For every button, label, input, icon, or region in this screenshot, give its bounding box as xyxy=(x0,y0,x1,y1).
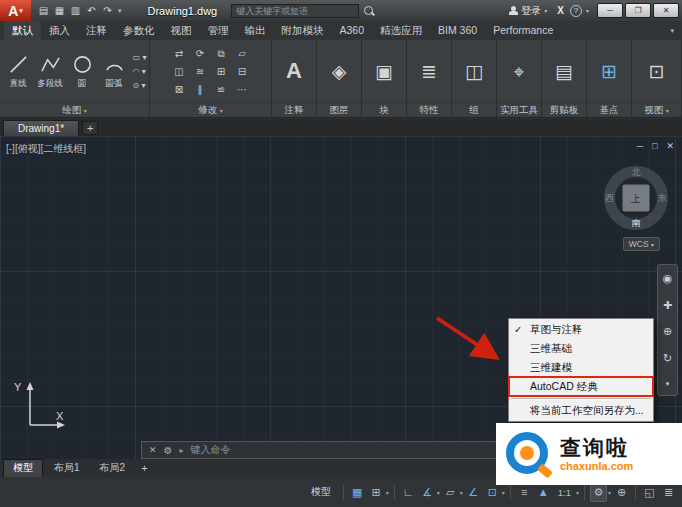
minimize-button[interactable]: ─ xyxy=(597,3,623,18)
workspace-item-3d-modeling[interactable]: 三维建模 xyxy=(509,358,653,377)
sign-in-button[interactable]: 登录 ▾ xyxy=(508,4,547,18)
basepoint-icon[interactable]: ⊞ xyxy=(601,62,617,81)
panel-title-layers[interactable]: 图层 xyxy=(317,102,361,117)
drawing-close-icon[interactable]: ✕ xyxy=(666,141,674,151)
viewcube[interactable]: 北 南 西 东 上 xyxy=(604,166,668,230)
tab-insert[interactable]: 插入 xyxy=(41,21,78,40)
annotation-monitor-toggle[interactable]: ⊕ xyxy=(613,483,630,502)
ortho-mode-toggle[interactable]: ∟ xyxy=(400,483,417,502)
close-button[interactable]: ✕ xyxy=(653,3,679,18)
modify-tool-icon[interactable]: ▱ xyxy=(232,45,252,62)
workspace-item-save-current-as[interactable]: 将当前工作空间另存为... xyxy=(509,401,653,420)
modify-tool-icon[interactable]: ∥ xyxy=(190,81,210,98)
line-tool[interactable]: 直线 xyxy=(3,54,34,90)
search-input[interactable] xyxy=(231,4,359,18)
view-icon[interactable]: ⊡ xyxy=(649,62,665,81)
panel-title-groups[interactable]: 组 xyxy=(452,102,496,117)
workspace-switching-button[interactable]: ⚙ xyxy=(590,483,607,502)
layout-tab-layout2[interactable]: 布局2 xyxy=(91,460,135,477)
new-drawing-tab-button[interactable]: + xyxy=(82,121,98,135)
tab-add-ins[interactable]: 附加模块 xyxy=(274,21,332,40)
properties-icon[interactable]: ≣ xyxy=(421,62,437,81)
restore-button[interactable]: ❐ xyxy=(625,3,651,18)
application-menu-button[interactable]: A ▾ xyxy=(0,0,31,21)
modify-tool-icon[interactable]: ◫ xyxy=(169,63,189,80)
modify-tool-icon[interactable]: ⧉ xyxy=(211,45,231,62)
annotation-scale-button[interactable]: 1:1 xyxy=(554,483,575,502)
pan-icon[interactable]: ✚ xyxy=(663,300,672,311)
tab-output[interactable]: 输出 xyxy=(237,21,274,40)
navigation-wheel-icon[interactable]: ◉ xyxy=(663,273,673,284)
snap-mode-caret-icon[interactable]: ▾ xyxy=(386,489,389,496)
annotation-visibility-toggle[interactable]: ▲ xyxy=(535,483,552,502)
isometric-drafting-caret-icon[interactable]: ▾ xyxy=(460,489,463,496)
tab-view[interactable]: 视图 xyxy=(163,21,200,40)
qat-icon[interactable]: ↷ xyxy=(101,5,114,16)
viewcube-top-face[interactable]: 上 xyxy=(623,185,650,212)
workspace-item-drafting-annotation[interactable]: ✓ 草图与注释 xyxy=(509,320,653,339)
draw-flyout-icon[interactable]: ◠ ▾ xyxy=(133,66,147,78)
customization-menu-button[interactable]: ≣ xyxy=(660,483,677,502)
qat-dropdown-icon[interactable]: ▾ xyxy=(118,7,122,15)
panel-title-modify[interactable]: 修改 ▾ xyxy=(150,102,271,117)
text-tool-icon[interactable]: A xyxy=(286,60,302,82)
modify-tool-icon[interactable]: ⊟ xyxy=(232,63,252,80)
new-layout-button[interactable]: + xyxy=(136,462,152,474)
annotation-scale-caret-icon[interactable]: ▾ xyxy=(576,489,579,496)
command-input[interactable]: 键入命令 xyxy=(191,443,231,457)
panel-title-annotation[interactable]: 注释 xyxy=(272,102,316,117)
panel-title-draw[interactable]: 绘图 ▾ xyxy=(0,102,149,117)
viewcube-north-label[interactable]: 北 xyxy=(632,166,641,179)
layers-icon[interactable]: ◈ xyxy=(332,62,347,81)
drawing-restore-icon[interactable]: □ xyxy=(652,141,657,151)
drawing-minimize-icon[interactable]: ─ xyxy=(637,141,643,151)
modify-tool-icon[interactable]: ≋ xyxy=(190,63,210,80)
polar-tracking-toggle[interactable]: ∡ xyxy=(419,483,436,502)
panel-title-clipboard[interactable]: 剪贴板 xyxy=(542,102,586,117)
modify-tool-icon[interactable]: ⊠ xyxy=(169,81,189,98)
tab-a360[interactable]: A360 xyxy=(332,21,373,40)
object-snap-caret-icon[interactable]: ▾ xyxy=(502,489,505,496)
tab-performance[interactable]: Performance xyxy=(485,21,561,40)
layout-tab-layout1[interactable]: 布局1 xyxy=(45,460,89,477)
group-icon[interactable]: ◫ xyxy=(465,62,483,81)
draw-flyout-icon[interactable]: ⊙ ▾ xyxy=(133,80,147,92)
measure-icon[interactable]: ⌖ xyxy=(514,62,525,81)
layout-tab-model[interactable]: 模型 xyxy=(3,459,43,478)
modify-tool-icon[interactable]: ⇄ xyxy=(169,45,189,62)
circle-tool[interactable]: 圆 xyxy=(67,54,98,90)
panel-title-basepoint[interactable]: 基点 xyxy=(587,102,631,117)
qat-icon[interactable]: ▤ xyxy=(37,5,50,16)
tab-manage[interactable]: 管理 xyxy=(200,21,237,40)
model-paper-toggle[interactable]: 模型 xyxy=(304,485,338,499)
draw-flyout-icon[interactable]: ▭ ▾ xyxy=(133,52,147,64)
qat-icon[interactable]: ▥ xyxy=(69,5,82,16)
modify-tool-icon[interactable]: ≌ xyxy=(211,81,231,98)
workspace-item-3d-basics[interactable]: 三维基础 xyxy=(509,339,653,358)
help-icon[interactable]: ? xyxy=(570,5,582,17)
ribbon-display-toggle-icon[interactable]: ▾ xyxy=(670,27,674,35)
workspace-switching-caret-icon[interactable]: ▾ xyxy=(608,489,611,496)
snap-mode-toggle[interactable]: ⊞ xyxy=(368,483,385,502)
grid-display-toggle[interactable]: ▦ xyxy=(349,483,366,502)
autodesk-exchange-icon[interactable]: X xyxy=(553,5,568,16)
file-tab-drawing1[interactable]: Drawing1* xyxy=(3,120,79,136)
panel-title-block[interactable]: 块 xyxy=(362,102,406,117)
tab-bim360[interactable]: BIM 360 xyxy=(430,21,485,40)
qat-icon[interactable]: ↶ xyxy=(85,5,98,16)
block-icon[interactable]: ▣ xyxy=(375,62,393,81)
arc-tool[interactable]: 圆弧 xyxy=(99,54,130,90)
clean-screen-toggle[interactable]: ◱ xyxy=(641,483,658,502)
help-dropdown-icon[interactable]: ▾ xyxy=(586,7,589,14)
panel-title-view[interactable]: 视图 ▾ xyxy=(632,102,681,117)
clipboard-icon[interactable]: ▤ xyxy=(555,62,573,81)
wcs-dropdown[interactable]: WCS ▾ xyxy=(623,237,660,251)
viewcube-west-label[interactable]: 西 xyxy=(605,192,614,205)
command-close-icon[interactable]: ✕ xyxy=(149,445,157,455)
search-icon[interactable] xyxy=(363,5,375,17)
polyline-tool[interactable]: 多段线 xyxy=(35,54,66,90)
tab-featured-apps[interactable]: 精选应用 xyxy=(372,21,430,40)
modify-tool-icon[interactable]: ⟳ xyxy=(190,45,210,62)
polar-tracking-caret-icon[interactable]: ▾ xyxy=(437,489,440,496)
panel-title-properties[interactable]: 特性 xyxy=(407,102,451,117)
